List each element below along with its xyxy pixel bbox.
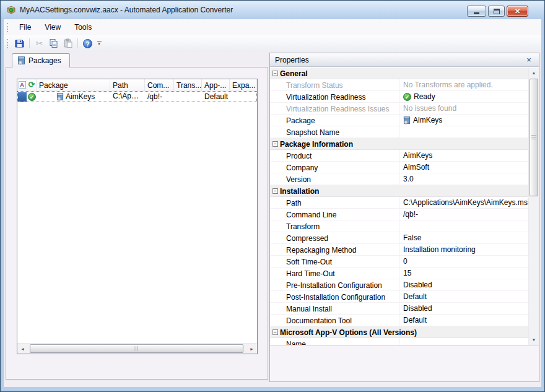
package-name: AimKeys: [66, 92, 95, 101]
vertical-scroll-track[interactable]: [529, 78, 539, 334]
row-gutter: [270, 197, 280, 208]
property-name: Transform Status: [280, 79, 399, 90]
property-row[interactable]: Documentation ToolDefault: [270, 315, 528, 326]
property-name: Version: [280, 173, 399, 185]
paste-button[interactable]: [61, 37, 75, 50]
property-name: Documentation Tool: [280, 315, 399, 326]
category-row[interactable]: −Package Information: [270, 138, 528, 150]
column-header-package[interactable]: Package: [37, 79, 110, 90]
row-gutter: [270, 338, 280, 345]
property-row[interactable]: PathC:\Applications\AimKeys\AimKeys.msi: [270, 197, 528, 209]
scroll-right-button[interactable]: ►: [246, 344, 257, 354]
property-value-text: 3.0: [403, 175, 414, 183]
property-name: Repackaging Method: [280, 244, 399, 255]
column-header-path[interactable]: Path: [110, 79, 145, 90]
row-path-cell: C:\Applications\AimKeys\AimKeys.msi: [110, 91, 145, 102]
client-area: Packages A ⟳ Package Path Com... Trans: [4, 51, 541, 387]
collapse-minus-icon[interactable]: −: [272, 71, 278, 76]
menu-view[interactable]: View: [38, 20, 68, 34]
property-value-text: No Transforms are applied.: [403, 81, 493, 89]
property-row[interactable]: Pre-Installation ConfigurationDisabled: [270, 279, 528, 291]
close-button[interactable]: ✕: [507, 6, 528, 17]
row-gutter: [270, 115, 280, 126]
column-header-expand[interactable]: Expa...: [230, 79, 257, 90]
property-row[interactable]: Transform: [270, 220, 528, 232]
collapse-minus-icon[interactable]: −: [272, 188, 278, 194]
category-label: Installation: [280, 185, 319, 196]
property-name: Virtualization Readiness: [280, 91, 399, 102]
property-row[interactable]: Snapshot Name: [270, 126, 528, 138]
property-value-text: AimSoft: [403, 163, 429, 172]
row-gutter: [270, 256, 280, 267]
column-header-command[interactable]: Com...: [145, 79, 174, 90]
column-header-transform[interactable]: Trans...: [174, 79, 202, 90]
property-name: Manual Install: [280, 303, 399, 314]
vertical-scrollbar: ▲ ▼: [528, 68, 539, 345]
property-row[interactable]: ProductAimKeys: [270, 150, 528, 162]
vertical-scroll-thumb[interactable]: [530, 79, 538, 196]
ready-check-icon: ✓: [403, 93, 411, 101]
row-gutter: [270, 162, 280, 173]
property-row[interactable]: Manual InstallDisabled: [270, 303, 528, 315]
category-row[interactable]: −General: [270, 68, 528, 79]
toolbar-grip[interactable]: [7, 39, 9, 48]
copy-button[interactable]: [46, 37, 61, 50]
property-name: Path: [280, 197, 399, 208]
category-row[interactable]: −Installation: [270, 185, 528, 197]
toolbar-overflow-button[interactable]: ▾: [95, 37, 103, 50]
column-header-sort[interactable]: A: [17, 79, 27, 90]
scroll-left-button[interactable]: ◄: [17, 344, 28, 354]
scroll-up-button[interactable]: ▲: [529, 68, 539, 78]
column-header-status[interactable]: ⟳: [27, 79, 37, 90]
property-row[interactable]: Command Line/qb!-: [270, 209, 528, 220]
property-value: Disabled: [399, 303, 528, 314]
property-row[interactable]: Soft Time-Out0: [270, 256, 528, 268]
property-row[interactable]: Name: [270, 338, 528, 345]
property-value: 0: [399, 256, 528, 267]
selection-indicator: [18, 92, 27, 102]
menubar-grip[interactable]: [7, 23, 9, 32]
horizontal-scroll-track[interactable]: [28, 344, 246, 354]
row-package-cell: AimKeys: [37, 91, 110, 102]
properties-header: Properties ×: [270, 53, 539, 67]
scroll-down-button[interactable]: ▼: [529, 334, 539, 345]
property-row[interactable]: Virtualization Readiness IssuesNo issues…: [270, 103, 528, 115]
property-name: Post-Installation Configuration: [280, 291, 399, 302]
property-value: Default: [399, 315, 528, 326]
property-value-text: Disabled: [403, 304, 432, 313]
collapse-minus-icon[interactable]: −: [272, 141, 278, 147]
property-row[interactable]: PackageAimKeys: [270, 115, 528, 126]
property-row[interactable]: Repackaging MethodInstallation monitorin…: [270, 244, 528, 256]
column-header-appv[interactable]: App-...: [202, 79, 230, 90]
properties-close-icon[interactable]: ×: [524, 56, 534, 64]
maximize-button[interactable]: [488, 6, 505, 17]
titlebar: MyAACSettings.convwiz.aacx - Automated A…: [1, 1, 544, 19]
property-row[interactable]: Hard Time-Out15: [270, 268, 528, 279]
property-row[interactable]: CompanyAimSoft: [270, 162, 528, 173]
property-row[interactable]: Virtualization Readiness✓Ready: [270, 91, 528, 103]
minimize-button[interactable]: [467, 6, 486, 17]
property-row[interactable]: Post-Installation ConfigurationDefault: [270, 291, 528, 303]
property-value: C:\Applications\AimKeys\AimKeys.msi: [399, 197, 528, 208]
row-gutter: −: [270, 326, 280, 338]
property-value-text: 0: [403, 257, 408, 266]
property-value: Installation monitoring: [399, 244, 528, 255]
horizontal-scroll-thumb[interactable]: [30, 344, 243, 353]
category-row[interactable]: −Microsoft App-V Options (All Versions): [270, 326, 528, 338]
property-row[interactable]: CompressedFalse: [270, 232, 528, 244]
table-row-aimkeys[interactable]: ✓ AimKeys: [17, 91, 257, 102]
property-row[interactable]: Transform StatusNo Transforms are applie…: [270, 79, 528, 91]
cut-button[interactable]: ✂: [32, 37, 46, 50]
property-value-text: C:\Applications\AimKeys\AimKeys.msi: [403, 198, 528, 207]
tab-packages[interactable]: Packages: [12, 53, 70, 68]
help-button[interactable]: ?: [81, 37, 95, 50]
collapse-minus-icon[interactable]: −: [272, 329, 278, 335]
property-row[interactable]: Version3.0: [270, 173, 528, 185]
menu-tools[interactable]: Tools: [68, 20, 98, 34]
maximize-icon: [494, 9, 500, 14]
row-gutter: [270, 209, 280, 220]
property-value-text: AimKeys: [413, 116, 442, 124]
menu-file[interactable]: File: [12, 20, 38, 34]
save-button[interactable]: [12, 37, 27, 50]
row-gutter: [270, 315, 280, 326]
